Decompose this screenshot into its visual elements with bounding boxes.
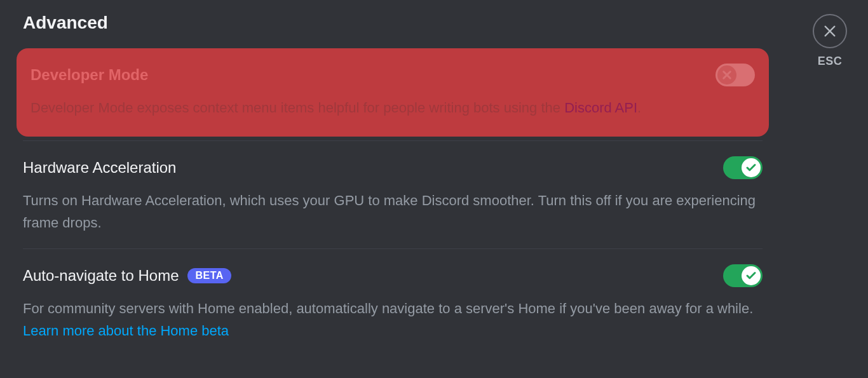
toggle-knob bbox=[742, 158, 761, 177]
developer-mode-desc: Developer Mode exposes context menu item… bbox=[31, 97, 755, 119]
setting-auto-navigate: Auto-navigate to Home BETA For community… bbox=[23, 249, 763, 356]
discord-api-link[interactable]: Discord API bbox=[564, 100, 637, 116]
close-button[interactable]: ESC bbox=[813, 14, 847, 68]
close-circle bbox=[813, 14, 847, 48]
developer-mode-title: Developer Mode bbox=[31, 66, 148, 84]
setting-hardware-accel: Hardware Acceleration Turns on Hardware … bbox=[23, 141, 763, 248]
beta-badge: BETA bbox=[187, 268, 231, 283]
hardware-accel-title: Hardware Acceleration bbox=[23, 159, 176, 177]
check-icon bbox=[745, 270, 757, 281]
home-beta-link[interactable]: Learn more about the Home beta bbox=[23, 323, 229, 339]
close-label: ESC bbox=[818, 55, 843, 68]
desc-text: For community servers with Home enabled,… bbox=[23, 300, 753, 316]
setting-developer-mode: Developer Mode Developer Mode exposes co… bbox=[17, 48, 769, 137]
toggle-knob bbox=[742, 266, 761, 285]
auto-navigate-title: Auto-navigate to Home bbox=[23, 267, 179, 285]
page-title: Advanced bbox=[23, 13, 763, 33]
auto-navigate-toggle[interactable] bbox=[723, 264, 763, 287]
hardware-accel-desc: Turns on Hardware Acceleration, which us… bbox=[23, 189, 763, 234]
auto-navigate-desc: For community servers with Home enabled,… bbox=[23, 297, 763, 342]
hardware-accel-toggle[interactable] bbox=[723, 156, 763, 179]
x-icon bbox=[721, 69, 733, 81]
close-icon bbox=[823, 24, 837, 38]
check-icon bbox=[745, 162, 757, 173]
toggle-knob bbox=[717, 65, 736, 84]
desc-text: Developer Mode exposes context menu item… bbox=[31, 100, 564, 116]
developer-mode-toggle[interactable] bbox=[715, 64, 755, 86]
desc-text-after: . bbox=[637, 100, 641, 116]
